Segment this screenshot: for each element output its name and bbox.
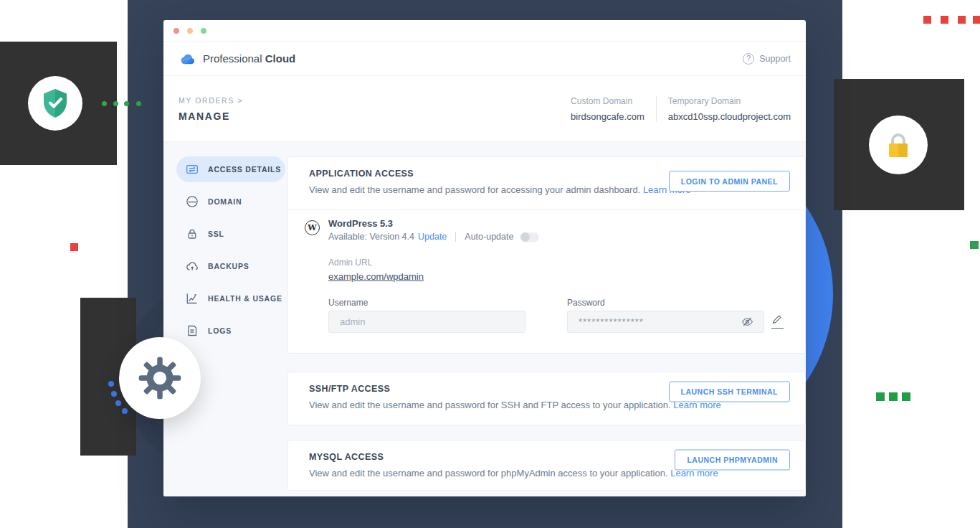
green-accent-square xyxy=(876,392,885,401)
breadcrumb-block: MY ORDERS > MANAGE xyxy=(179,96,243,122)
settings-gear-badge xyxy=(119,337,201,419)
sidebar-item-ssl[interactable]: SSL xyxy=(176,221,285,247)
page-title: MANAGE xyxy=(179,110,243,122)
mysql-header: MYSQL ACCESS View and edit the username … xyxy=(288,440,805,478)
app-window: Professional Cloud ? Support MY ORDERS >… xyxy=(163,20,806,496)
svg-text:www: www xyxy=(189,199,196,204)
custom-domain-label: Custom Domain xyxy=(571,96,644,106)
wordpress-logo-icon: W xyxy=(305,220,320,235)
breadcrumb-separator-icon: > xyxy=(237,96,243,105)
auto-update-label: Auto-update xyxy=(465,232,513,242)
cloud-logo-icon xyxy=(179,52,196,65)
update-link[interactable]: Update xyxy=(418,232,447,242)
sidebar-item-label: HEALTH & USAGE xyxy=(208,294,282,303)
temporary-domain-label: Temporary Domain xyxy=(668,96,791,106)
edit-password-button[interactable] xyxy=(771,314,784,329)
temporary-domain-block: Temporary Domain abxcd10ssp.cloudproject… xyxy=(668,96,791,122)
green-accent-square xyxy=(970,241,979,249)
support-label: Support xyxy=(759,54,791,64)
sidebar-item-backups[interactable]: BACKUPS xyxy=(176,253,285,279)
minimize-window-button[interactable] xyxy=(187,28,193,34)
login-to-admin-panel-button[interactable]: LOGIN TO ADMIN PANEL xyxy=(669,171,790,192)
green-dot xyxy=(124,101,129,106)
gear-icon xyxy=(137,355,183,401)
green-dot xyxy=(136,101,141,106)
custom-domain-block: Custom Domain birdsongcafe.com xyxy=(571,96,644,122)
password-input[interactable] xyxy=(567,311,764,333)
ssl-lock-icon xyxy=(186,227,199,240)
red-accent-square xyxy=(941,16,948,24)
username-label: Username xyxy=(328,298,368,308)
brand-logo-group: Professional Cloud xyxy=(179,52,295,65)
available-version-text: Available: Version 4.4 xyxy=(328,232,414,242)
wordpress-update-row: Available: Version 4.4 Update Auto-updat… xyxy=(328,232,539,242)
custom-domain-value: birdsongcafe.com xyxy=(571,111,644,122)
vertical-divider xyxy=(455,232,456,242)
wordpress-version-title: WordPress 5.3 xyxy=(328,218,393,229)
green-accent-square xyxy=(889,392,898,401)
sidebar-item-label: LOGS xyxy=(208,326,232,335)
red-accent-square xyxy=(70,243,78,251)
breadcrumb[interactable]: MY ORDERS > xyxy=(179,96,243,105)
sidebar-item-label: DOMAIN xyxy=(208,197,242,206)
sidebar-item-domain[interactable]: www DOMAIN xyxy=(176,189,285,214)
sidebar-item-logs[interactable]: LOGS xyxy=(176,318,285,344)
red-accent-square xyxy=(973,16,980,24)
content-area: ACCESS DETAILS www DOMAIN xyxy=(163,142,806,496)
ssh-ftp-access-card: SSH/FTP ACCESS View and edit the usernam… xyxy=(287,372,806,425)
toggle-knob xyxy=(520,232,530,242)
domains-summary: Custom Domain birdsongcafe.com Temporary… xyxy=(571,96,791,122)
blue-dot xyxy=(115,400,121,406)
brand-name: Professional Cloud xyxy=(203,52,295,65)
username-input[interactable] xyxy=(328,311,525,333)
window-titlebar xyxy=(163,20,806,42)
application-access-card: APPLICATION ACCESS View and edit the use… xyxy=(287,156,806,354)
support-link[interactable]: ? Support xyxy=(743,53,791,65)
card-divider xyxy=(288,209,805,210)
temporary-domain-value: abxcd10ssp.cloudproject.com xyxy=(668,111,791,122)
page-canvas: Professional Cloud ? Support MY ORDERS >… xyxy=(0,0,980,528)
blue-dot xyxy=(108,381,114,387)
blue-dot xyxy=(111,391,117,397)
brand-name-regular: Professional xyxy=(203,52,262,65)
launch-phpmyadmin-button[interactable]: LAUNCH PHPMYADMIN xyxy=(675,449,790,470)
toggle-password-visibility-icon[interactable] xyxy=(741,316,753,328)
vertical-divider xyxy=(656,96,657,122)
green-accent-square xyxy=(902,392,910,401)
shield-check-icon xyxy=(40,88,70,119)
green-dot xyxy=(113,101,118,106)
breadcrumb-parent[interactable]: MY ORDERS xyxy=(179,96,234,105)
sidebar-nav: ACCESS DETAILS www DOMAIN xyxy=(176,156,285,350)
logs-document-icon xyxy=(186,324,199,337)
security-shield-badge xyxy=(28,76,82,131)
page-heading-bar: MY ORDERS > MANAGE Custom Domain birdson… xyxy=(163,76,806,142)
close-window-button[interactable] xyxy=(173,28,179,34)
sidebar-item-health-usage[interactable]: HEALTH & USAGE xyxy=(176,286,285,311)
sidebar-item-label: SSL xyxy=(208,230,224,238)
application-access-header: APPLICATION ACCESS View and edit the use… xyxy=(288,157,805,195)
sidebar-item-access-details[interactable]: ACCESS DETAILS xyxy=(176,156,285,182)
auto-update-toggle[interactable] xyxy=(520,232,539,242)
admin-url-label: Admin URL xyxy=(328,258,372,268)
blue-dot xyxy=(122,408,128,414)
domain-globe-icon: www xyxy=(186,195,199,208)
help-question-icon: ? xyxy=(743,53,754,65)
access-details-icon xyxy=(186,163,199,176)
health-chart-icon xyxy=(186,292,199,305)
sidebar-item-label: ACCESS DETAILS xyxy=(208,165,281,174)
launch-ssh-terminal-button[interactable]: LAUNCH SSH TERMINAL xyxy=(669,381,791,402)
lock-icon xyxy=(883,130,913,160)
green-dot xyxy=(102,101,107,106)
admin-url-link[interactable]: example.com/wpdamin xyxy=(328,271,424,282)
app-header: Professional Cloud ? Support xyxy=(163,42,806,76)
sidebar-item-label: BACKUPS xyxy=(208,262,249,270)
backups-cloud-icon xyxy=(186,260,199,273)
brand-name-bold: Cloud xyxy=(265,52,296,65)
maximize-window-button[interactable] xyxy=(201,28,206,34)
lock-badge xyxy=(869,116,928,174)
ssh-ftp-header: SSH/FTP ACCESS View and edit the usernam… xyxy=(288,372,805,410)
password-label: Password xyxy=(567,298,605,308)
red-accent-square xyxy=(958,16,966,24)
mysql-access-card: MYSQL ACCESS View and edit the username … xyxy=(287,440,806,491)
red-accent-square xyxy=(923,16,931,24)
